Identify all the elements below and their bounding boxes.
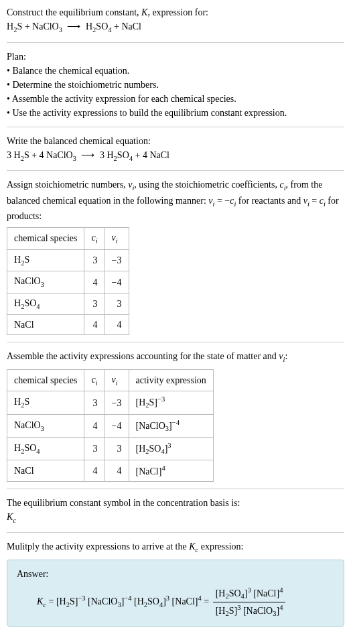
t: [NaClO: [136, 420, 165, 430]
col-ci: ci: [84, 369, 104, 391]
balanced-section: Write the balanced chemical equation: 3 …: [7, 134, 344, 164]
intro-equation: H2S + NaClO3 ⟶ H2SO4 + NaCl: [7, 19, 344, 36]
t: H: [14, 397, 21, 407]
answer-box: Answer: Kc = [H2S]−3 [NaClO3]−4 [H2SO4]3…: [7, 560, 344, 627]
intro-text-2: , expression for:: [147, 7, 208, 17]
cell-c: 4: [84, 460, 104, 482]
t: [NaCl]: [136, 466, 162, 476]
eq-part: SO: [96, 21, 108, 31]
stoich-section: Assign stoichiometric numbers, νi, using…: [7, 178, 344, 335]
plan-heading: Plan:: [7, 50, 344, 64]
t: [NaClO: [86, 596, 118, 606]
table-row: H2S 3 −3 [H2S]−3: [7, 391, 214, 414]
divider: [7, 170, 344, 171]
e: −4: [124, 594, 131, 602]
cell-c: 3: [84, 391, 104, 414]
cell-c: 4: [84, 414, 104, 437]
table-row: H2SO4 3 3 [H2SO4]3: [7, 437, 214, 460]
cell-activity: [H2SO4]3: [129, 437, 213, 460]
e: −3: [157, 395, 165, 403]
table-row: H2S 3 −3: [7, 249, 129, 271]
cell-activity: [NaClO3]−4: [129, 414, 213, 437]
intro-K: K: [141, 7, 147, 17]
eq-part: + 4 NaCl: [133, 150, 169, 160]
t: S]: [70, 596, 78, 606]
s: 3: [41, 281, 44, 288]
e: 4: [279, 604, 283, 611]
text: Assign stoichiometric numbers,: [7, 180, 128, 190]
eq-part: 3 H: [100, 150, 114, 160]
fraction: [H2SO4]3 [NaCl]4[H2S]3 [NaClO3]4: [213, 585, 286, 619]
text: = −: [214, 196, 230, 206]
cell-v: −3: [104, 391, 129, 414]
eq-part: H: [86, 21, 92, 31]
t: [H: [216, 588, 226, 598]
sub-i: i: [116, 237, 118, 245]
text: =: [309, 196, 320, 206]
col-species: chemical species: [7, 369, 84, 391]
text: expression:: [198, 541, 243, 552]
plan-bullet: • Assemble the activity expression for e…: [7, 92, 344, 106]
sub-i: i: [116, 379, 118, 387]
eq-part: SO: [117, 150, 129, 160]
eq-part: 3 H: [7, 150, 21, 160]
stoich-table: chemical species ci νi H2S 3 −3 NaClO3 4…: [7, 227, 129, 335]
balanced-equation: 3 H2S + 4 NaClO3 ⟶ 3 H2SO4 + 4 NaCl: [7, 148, 344, 164]
K: K: [189, 541, 195, 552]
col-species: chemical species: [7, 228, 84, 250]
sub-i: i: [96, 237, 98, 245]
t: [NaCl]: [251, 588, 279, 598]
t: SO: [24, 298, 36, 308]
t: H: [14, 298, 21, 308]
text: for reactants and: [236, 196, 303, 206]
cell-v: 4: [104, 460, 129, 482]
cell-v: 4: [104, 315, 129, 335]
cell-species: NaClO3: [7, 271, 84, 294]
reaction-arrow: ⟶: [81, 150, 94, 160]
e: −4: [172, 419, 180, 426]
equals: =: [202, 596, 212, 606]
ksym-symbol: Kc: [7, 510, 344, 526]
divider: [7, 342, 344, 342]
plan-bullet: • Balance the chemical equation.: [7, 64, 344, 78]
s: 4: [36, 303, 40, 310]
plan-bullet: • Determine the stoichiometric numbers.: [7, 78, 344, 92]
stoich-text: Assign stoichiometric numbers, νi, using…: [7, 178, 344, 223]
text: , using the stoichiometric coefficients,: [134, 180, 279, 190]
cell-c: 3: [84, 437, 104, 460]
final-heading: Mulitply the activity expressions to arr…: [7, 539, 344, 556]
t: NaClO: [14, 420, 41, 430]
divider: [7, 127, 344, 127]
col-activity: activity expression: [129, 369, 213, 391]
t: H: [14, 443, 21, 453]
t: [H: [136, 397, 146, 407]
ksym-section: The equilibrium constant symbol in the c…: [7, 496, 344, 526]
fraction-denominator: [H2S]3 [NaClO3]4: [213, 602, 286, 619]
equals: =: [46, 596, 56, 606]
plan-bullet: • Use the activity expressions to build …: [7, 106, 344, 120]
col-vi: νi: [104, 228, 129, 250]
sub-i: i: [96, 379, 98, 387]
t: [H: [56, 596, 66, 606]
divider: [7, 489, 344, 489]
t: S: [24, 255, 29, 265]
t: SO: [147, 596, 159, 606]
cell-v: 3: [104, 293, 129, 315]
e: 4: [279, 586, 283, 594]
final-section: Mulitply the activity expressions to arr…: [7, 539, 344, 627]
activity-heading: Assemble the activity expressions accoun…: [7, 349, 344, 365]
t: NaClO: [14, 276, 41, 286]
intro-line1: Construct the equilibrium constant, K, e…: [7, 5, 344, 19]
e: 4: [161, 464, 165, 472]
eq-sub: 3: [59, 26, 62, 34]
cell-species: H2S: [7, 249, 84, 271]
t: SO: [149, 444, 161, 454]
eq-part: H: [7, 21, 13, 31]
answer-equation: Kc = [H2S]−3 [NaClO3]−4 [H2SO4]3 [NaCl]4…: [17, 585, 334, 619]
table-header-row: chemical species ci νi activity expressi…: [7, 369, 214, 391]
t: [NaClO: [240, 606, 273, 616]
fraction-numerator: [H2SO4]3 [NaCl]4: [213, 585, 286, 602]
cell-activity: [H2S]−3: [129, 391, 213, 414]
t: H: [14, 255, 21, 265]
col-ci: ci: [84, 228, 104, 250]
